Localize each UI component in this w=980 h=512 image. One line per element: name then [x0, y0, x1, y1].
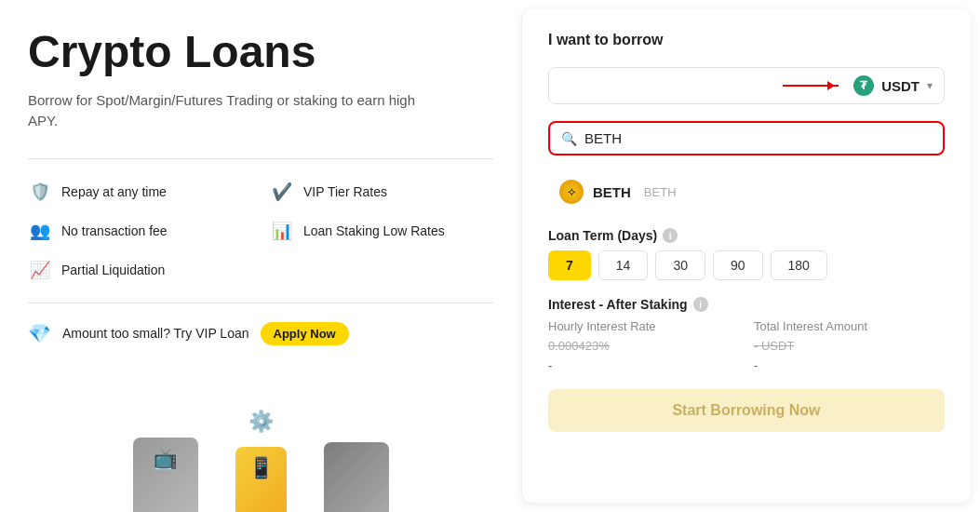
feature-partial: 📈 Partial Liquidation [28, 258, 251, 282]
beth-name: BETH [593, 184, 631, 200]
page-title: Crypto Loans [28, 28, 493, 77]
total-interest-col-label: Total Interest Amount [754, 319, 945, 333]
search-box: 🔍 [548, 121, 945, 155]
currency-selector[interactable]: ₮ USDT ▾ [548, 67, 945, 104]
hourly-rate-val: 0.000423% [548, 339, 739, 353]
total-dash: - [754, 358, 945, 372]
search-input[interactable] [584, 130, 932, 146]
right-panel: I want to borrow ₮ USDT ▾ 🔍 ⟡ BETH BETH … [521, 9, 971, 503]
interest-label: Interest - After Staking i [548, 297, 945, 312]
loan-terms-group: 7 14 30 90 180 [548, 250, 945, 280]
loan-term-label: Loan Term (Days) i [548, 228, 945, 243]
hourly-rate-col-label: Hourly Interest Rate [548, 319, 739, 333]
vip-icon: ✔️ [270, 180, 294, 204]
feature-staking-label: Loan Staking Low Rates [303, 223, 445, 238]
vip-row: 💎 Amount too small? Try VIP Loan Apply N… [28, 322, 493, 345]
chevron-down-icon: ▾ [927, 79, 933, 92]
illustration: 📺 📱 ⚙️ [0, 400, 521, 512]
feature-no-fee: 👥 No transaction fee [28, 219, 251, 243]
arrow-right-icon [783, 85, 839, 87]
illus-shape-right: ⚙️ [324, 442, 389, 512]
beth-icon: ⟡ [559, 180, 584, 204]
left-panel: Crypto Loans Borrow for Spot/Margin/Futu… [0, 0, 521, 512]
illus-shape-mid: 📱 [235, 447, 287, 512]
illus-shape-left: 📺 [133, 438, 198, 512]
term-14-button[interactable]: 14 [598, 250, 649, 280]
vip-text: Amount too small? Try VIP Loan [62, 326, 249, 341]
feature-staking: 📊 Loan Staking Low Rates [270, 219, 493, 243]
features-grid: 🛡️ Repay at any time ✔️ VIP Tier Rates 👥… [28, 180, 493, 282]
start-borrowing-button[interactable]: Start Borrowing Now [548, 389, 945, 432]
search-result-beth[interactable]: ⟡ BETH BETH [548, 172, 945, 211]
term-180-button[interactable]: 180 [771, 250, 827, 280]
feature-no-fee-label: No transaction fee [61, 223, 168, 238]
total-interest-val: - USDT [754, 339, 945, 353]
interest-info-icon[interactable]: i [693, 297, 708, 312]
feature-vip-label: VIP Tier Rates [303, 184, 387, 199]
feature-vip: ✔️ VIP Tier Rates [270, 180, 493, 204]
term-90-button[interactable]: 90 [713, 250, 763, 280]
feature-repay: 🛡️ Repay at any time [28, 180, 251, 204]
no-fee-icon: 👥 [28, 219, 52, 243]
subtitle: Borrow for Spot/Margin/Futures Trading o… [28, 90, 437, 132]
feature-repay-label: Repay at any time [61, 184, 167, 199]
term-30-button[interactable]: 30 [655, 250, 705, 280]
divider-2 [28, 303, 493, 303]
divider-1 [28, 158, 493, 159]
feature-partial-label: Partial Liquidation [61, 263, 165, 277]
borrow-label: I want to borrow [548, 32, 945, 48]
interest-section: Interest - After Staking i Hourly Intere… [548, 297, 945, 372]
usdt-icon: ₮ [853, 75, 874, 96]
apply-now-button[interactable]: Apply Now [261, 322, 349, 345]
staking-icon: 📊 [270, 219, 294, 243]
loan-term-info-icon[interactable]: i [663, 228, 678, 243]
search-icon: 🔍 [561, 131, 577, 146]
hourly-dash: - [548, 358, 739, 372]
repay-icon: 🛡️ [28, 180, 52, 204]
currency-label: USDT [881, 78, 920, 94]
loan-term-section: Loan Term (Days) i 7 14 30 90 180 [548, 228, 945, 280]
beth-ticker: BETH [644, 185, 677, 199]
interest-grid: Hourly Interest Rate Total Interest Amou… [548, 319, 945, 372]
diamond-icon: 💎 [28, 322, 51, 344]
partial-icon: 📈 [28, 258, 52, 282]
term-7-button[interactable]: 7 [548, 250, 591, 280]
